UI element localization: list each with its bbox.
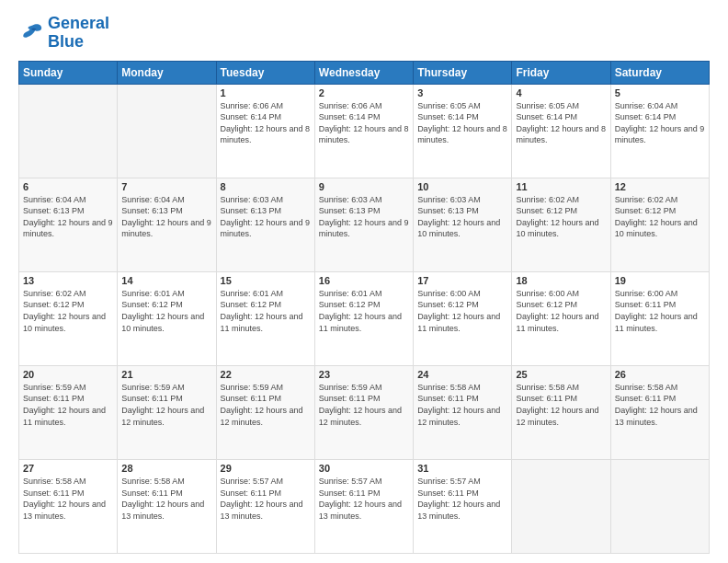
day-info: Sunrise: 6:04 AMSunset: 6:14 PMDaylight:…: [615, 100, 705, 146]
day-number: 8: [221, 181, 311, 192]
day-info: Sunrise: 5:57 AMSunset: 6:11 PMDaylight:…: [417, 476, 507, 522]
day-number: 17: [417, 275, 507, 286]
calendar-day-header: Wednesday: [314, 61, 413, 84]
day-info: Sunrise: 6:02 AMSunset: 6:12 PMDaylight:…: [23, 288, 113, 334]
calendar-cell: 18Sunrise: 6:00 AMSunset: 6:12 PMDayligh…: [512, 271, 610, 365]
calendar-cell: 1Sunrise: 6:06 AMSunset: 6:14 PMDaylight…: [216, 84, 314, 178]
calendar-cell: 17Sunrise: 6:00 AMSunset: 6:12 PMDayligh…: [414, 271, 512, 365]
day-number: 20: [23, 369, 113, 380]
calendar-cell: 30Sunrise: 5:57 AMSunset: 6:11 PMDayligh…: [314, 459, 413, 553]
calendar-cell: 27Sunrise: 5:58 AMSunset: 6:11 PMDayligh…: [19, 459, 118, 553]
calendar-cell: 13Sunrise: 6:02 AMSunset: 6:12 PMDayligh…: [19, 271, 118, 365]
calendar-cell: 16Sunrise: 6:01 AMSunset: 6:12 PMDayligh…: [314, 271, 413, 365]
day-info: Sunrise: 5:59 AMSunset: 6:11 PMDaylight:…: [319, 382, 409, 428]
day-info: Sunrise: 6:00 AMSunset: 6:12 PMDaylight:…: [417, 288, 507, 334]
day-number: 22: [221, 369, 311, 380]
calendar-cell: 19Sunrise: 6:00 AMSunset: 6:11 PMDayligh…: [610, 271, 709, 365]
day-number: 15: [221, 275, 311, 286]
day-number: 24: [417, 369, 507, 380]
day-info: Sunrise: 5:58 AMSunset: 6:11 PMDaylight:…: [417, 382, 507, 428]
day-info: Sunrise: 6:00 AMSunset: 6:11 PMDaylight:…: [615, 288, 705, 334]
calendar-cell: 14Sunrise: 6:01 AMSunset: 6:12 PMDayligh…: [118, 271, 216, 365]
calendar-day-header: Friday: [512, 61, 610, 84]
day-number: 26: [615, 369, 705, 380]
day-info: Sunrise: 5:58 AMSunset: 6:11 PMDaylight:…: [516, 382, 606, 428]
day-number: 11: [516, 181, 606, 192]
day-info: Sunrise: 6:02 AMSunset: 6:12 PMDaylight:…: [516, 194, 606, 240]
calendar-cell: 29Sunrise: 5:57 AMSunset: 6:11 PMDayligh…: [216, 459, 314, 553]
day-info: Sunrise: 5:57 AMSunset: 6:11 PMDaylight:…: [319, 476, 409, 522]
day-number: 19: [615, 275, 705, 286]
day-info: Sunrise: 6:05 AMSunset: 6:14 PMDaylight:…: [417, 100, 507, 146]
calendar-body: 1Sunrise: 6:06 AMSunset: 6:14 PMDaylight…: [19, 84, 710, 553]
day-number: 18: [516, 275, 606, 286]
day-info: Sunrise: 5:59 AMSunset: 6:11 PMDaylight:…: [221, 382, 311, 428]
calendar-cell: 15Sunrise: 6:01 AMSunset: 6:12 PMDayligh…: [216, 271, 314, 365]
calendar-cell: 24Sunrise: 5:58 AMSunset: 6:11 PMDayligh…: [414, 365, 512, 459]
day-number: 14: [121, 275, 211, 286]
calendar-cell: [118, 84, 216, 178]
day-info: Sunrise: 5:58 AMSunset: 6:11 PMDaylight:…: [121, 476, 211, 522]
day-info: Sunrise: 6:01 AMSunset: 6:12 PMDaylight:…: [221, 288, 311, 334]
logo: General Blue: [18, 15, 109, 52]
day-info: Sunrise: 6:03 AMSunset: 6:13 PMDaylight:…: [319, 194, 409, 240]
day-number: 23: [319, 369, 409, 380]
day-number: 29: [221, 463, 311, 474]
calendar-week-row: 27Sunrise: 5:58 AMSunset: 6:11 PMDayligh…: [19, 459, 710, 553]
calendar-cell: 25Sunrise: 5:58 AMSunset: 6:11 PMDayligh…: [512, 365, 610, 459]
day-number: 6: [23, 181, 113, 192]
day-number: 21: [121, 369, 211, 380]
calendar-cell: 26Sunrise: 5:58 AMSunset: 6:11 PMDayligh…: [610, 365, 709, 459]
calendar-day-header: Monday: [118, 61, 216, 84]
day-info: Sunrise: 6:04 AMSunset: 6:13 PMDaylight:…: [121, 194, 211, 240]
calendar-cell: 8Sunrise: 6:03 AMSunset: 6:13 PMDaylight…: [216, 178, 314, 271]
day-number: 4: [516, 87, 606, 98]
calendar-cell: 12Sunrise: 6:02 AMSunset: 6:12 PMDayligh…: [610, 178, 709, 271]
calendar-cell: 6Sunrise: 6:04 AMSunset: 6:13 PMDaylight…: [19, 178, 118, 271]
day-info: Sunrise: 6:05 AMSunset: 6:14 PMDaylight:…: [516, 100, 606, 146]
day-number: 16: [319, 275, 409, 286]
day-info: Sunrise: 5:59 AMSunset: 6:11 PMDaylight:…: [23, 382, 113, 428]
calendar-day-header: Thursday: [414, 61, 512, 84]
calendar-cell: 22Sunrise: 5:59 AMSunset: 6:11 PMDayligh…: [216, 365, 314, 459]
calendar-week-row: 6Sunrise: 6:04 AMSunset: 6:13 PMDaylight…: [19, 178, 710, 271]
day-info: Sunrise: 5:58 AMSunset: 6:11 PMDaylight:…: [23, 476, 113, 522]
day-number: 27: [23, 463, 113, 474]
calendar-cell: 23Sunrise: 5:59 AMSunset: 6:11 PMDayligh…: [314, 365, 413, 459]
calendar-week-row: 13Sunrise: 6:02 AMSunset: 6:12 PMDayligh…: [19, 271, 710, 365]
day-info: Sunrise: 5:58 AMSunset: 6:11 PMDaylight:…: [615, 382, 705, 428]
calendar-day-header: Saturday: [610, 61, 709, 84]
calendar-cell: 2Sunrise: 6:06 AMSunset: 6:14 PMDaylight…: [314, 84, 413, 178]
calendar-cell: [512, 459, 610, 553]
day-number: 7: [121, 181, 211, 192]
day-number: 12: [615, 181, 705, 192]
day-info: Sunrise: 6:04 AMSunset: 6:13 PMDaylight:…: [23, 194, 113, 240]
day-info: Sunrise: 6:03 AMSunset: 6:13 PMDaylight:…: [417, 194, 507, 240]
day-info: Sunrise: 6:01 AMSunset: 6:12 PMDaylight:…: [121, 288, 211, 334]
day-info: Sunrise: 6:00 AMSunset: 6:12 PMDaylight:…: [516, 288, 606, 334]
calendar-cell: 20Sunrise: 5:59 AMSunset: 6:11 PMDayligh…: [19, 365, 118, 459]
day-info: Sunrise: 6:06 AMSunset: 6:14 PMDaylight:…: [221, 100, 311, 146]
calendar-cell: 11Sunrise: 6:02 AMSunset: 6:12 PMDayligh…: [512, 178, 610, 271]
calendar-cell: 10Sunrise: 6:03 AMSunset: 6:13 PMDayligh…: [414, 178, 512, 271]
calendar-cell: [610, 459, 709, 553]
page: General Blue SundayMondayTuesdayWednesda…: [0, 0, 728, 563]
calendar-cell: 21Sunrise: 5:59 AMSunset: 6:11 PMDayligh…: [118, 365, 216, 459]
calendar-cell: 4Sunrise: 6:05 AMSunset: 6:14 PMDaylight…: [512, 84, 610, 178]
day-number: 30: [319, 463, 409, 474]
calendar-table: SundayMondayTuesdayWednesdayThursdayFrid…: [18, 61, 710, 554]
calendar-cell: 28Sunrise: 5:58 AMSunset: 6:11 PMDayligh…: [118, 459, 216, 553]
day-info: Sunrise: 6:01 AMSunset: 6:12 PMDaylight:…: [319, 288, 409, 334]
calendar-cell: 9Sunrise: 6:03 AMSunset: 6:13 PMDaylight…: [314, 178, 413, 271]
logo-text: General Blue: [48, 15, 109, 52]
day-number: 10: [417, 181, 507, 192]
day-number: 28: [121, 463, 211, 474]
day-number: 1: [221, 87, 311, 98]
day-info: Sunrise: 6:03 AMSunset: 6:13 PMDaylight:…: [221, 194, 311, 240]
calendar-cell: [19, 84, 118, 178]
day-info: Sunrise: 6:02 AMSunset: 6:12 PMDaylight:…: [615, 194, 705, 240]
header: General Blue: [18, 15, 710, 52]
day-info: Sunrise: 5:59 AMSunset: 6:11 PMDaylight:…: [121, 382, 211, 428]
calendar-week-row: 1Sunrise: 6:06 AMSunset: 6:14 PMDaylight…: [19, 84, 710, 178]
calendar-header-row: SundayMondayTuesdayWednesdayThursdayFrid…: [19, 61, 710, 84]
